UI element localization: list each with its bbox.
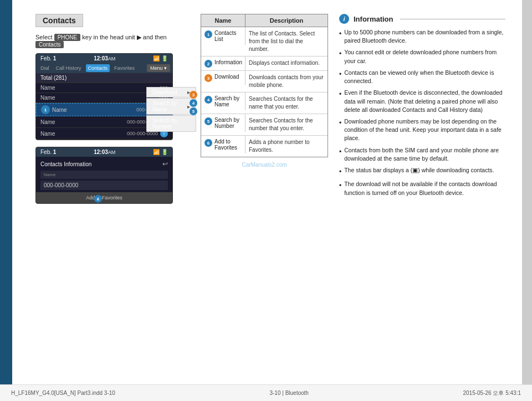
left-column: Contacts Select PHONE key in the head un… [35, 14, 196, 210]
intro2-text: key in the head unit [82, 34, 135, 40]
num-badge-2: 2 [204, 60, 212, 68]
table-row-1: 1 Contacts List The list of Contacts. Se… [201, 27, 328, 56]
screen2-time: 12:03AM [94, 149, 115, 155]
table-header-desc: Description [245, 14, 328, 27]
badge-4-search-name: 4 [190, 99, 197, 107]
screen1-nav: Dial Call History Contacts Favorites Men… [36, 63, 172, 73]
center-column: Name Description 1 Contacts List The lis… [201, 14, 328, 168]
table-desc-2: Displays contact information. [245, 56, 328, 70]
table-row-6: 6 Add to Favorites Adds a phone number t… [201, 136, 328, 157]
table-name-1: 1 Contacts List [201, 27, 245, 45]
info-bullet-3: • Contacts can be viewed only when the B… [339, 69, 505, 85]
screen2-back-icon[interactable]: ↩ [162, 160, 168, 168]
phone-screen-2: Feb. 1 12:03AM 📶 🔋 Contacts Information … [35, 147, 173, 204]
table-name-2: 2 Information [201, 56, 245, 70]
screen1-wrapper: Feb. 1 12:03AM 📶 🔋 Dial Call History Con… [35, 53, 196, 140]
table-row-2: 2 Information Displays contact informati… [201, 56, 328, 71]
nav-contacts[interactable]: Contacts [86, 64, 110, 72]
contacts-key: Contacts [35, 41, 64, 48]
screen1-icons: 📶 🔋 [153, 55, 168, 61]
bullet-text-8: The download will not be available if th… [344, 180, 505, 197]
num-badge-5: 5 [204, 117, 212, 125]
table-name-6: 6 Add to Favorites [201, 136, 245, 153]
intro3-text: and then [143, 34, 167, 40]
table-row-4: 4 Search by Name Searches Contacts for t… [201, 92, 328, 114]
info-icon: i [339, 14, 349, 24]
row4-name: Search by Name [214, 95, 242, 107]
screen1-date: Feb. 1 [40, 55, 56, 61]
nav-favorites[interactable]: Favorites [112, 64, 137, 72]
table-row-3: 3 Download Downloads contacts from your … [201, 71, 328, 92]
row1-name: Contacts List [214, 30, 242, 42]
dropdown-download[interactable]: Download ▸ [146, 87, 173, 97]
info-title: Information [354, 15, 393, 23]
screen2-topbar: Feb. 1 12:03AM 📶 🔋 [36, 147, 172, 157]
num-badge-1: 1 [204, 30, 212, 38]
screen2-title-row: Contacts Information ↩ [40, 160, 168, 168]
badge-3-download: 3 [190, 91, 197, 99]
num-badge-4: 4 [204, 96, 212, 104]
screen1-time: 12:03AM [94, 55, 115, 61]
add-favorites-btn[interactable]: Add to Favorites [36, 192, 172, 203]
footer-right: 2015-05-26 오후 5:43:1 [463, 389, 521, 397]
info-bullet-2: • You cannot edit or delete downloaded p… [339, 48, 505, 65]
page-number: 3-10 | Bluetooth [269, 390, 308, 396]
screen2-number-field: 000-000-0000 [40, 181, 168, 190]
contacts-table: Name Description 1 Contacts List The lis… [201, 14, 328, 157]
table-desc-5: Searches Contacts for the number that yo… [245, 114, 328, 135]
section-heading: Contacts [35, 14, 83, 27]
bullet-text-4: Even if the Bluetooth device is disconne… [344, 89, 505, 114]
info-bullet-7: • The status bar displays a (▣) while do… [339, 166, 505, 177]
screen2-name-field: Name [40, 171, 168, 179]
table-name-5: 5 Search by Number [201, 114, 245, 132]
gray-panel-right [522, 0, 532, 401]
bullet-text-5: Downloaded phone numbers may be lost dep… [344, 117, 505, 143]
name-field-label: Name [44, 172, 165, 177]
info-bullets-container: • Up to 5000 phone numbers can be downlo… [339, 28, 505, 197]
dropdown-panel: Download ▸ Search by Name ▸ Search by Nu… [146, 86, 173, 132]
row2-name: Information [214, 59, 242, 65]
screen2-content: Contacts Information ↩ Name 000-000-0000 [36, 157, 172, 190]
nav-menu[interactable]: Menu ▾ [147, 64, 170, 72]
phone-key: PHONE [54, 34, 81, 41]
table-name-4: 4 Search by Name [201, 92, 245, 110]
total-label: Total (281) [40, 75, 168, 81]
table-desc-6: Adds a phone number to Favorites. [245, 136, 328, 157]
screen2-date: Feb. 1 [40, 149, 56, 155]
badge-5-search-num: 5 [190, 107, 197, 115]
content-area: Contacts Select PHONE key in the head un… [12, 0, 522, 384]
badge-6-add-favorites: 6 [94, 195, 102, 203]
bullet-text-3: Contacts can be viewed only when the Blu… [344, 69, 505, 85]
num-badge-3: 3 [204, 74, 212, 82]
watermark: CarManuals2.com [201, 162, 328, 168]
table-desc-4: Searches Contacts for the name that you … [245, 92, 328, 114]
number-field-value: 000-000-0000 [44, 182, 165, 188]
row6-name: Add to Favorites [214, 138, 242, 151]
dropdown-search-num[interactable]: Search by Number [146, 115, 173, 132]
blue-sidebar [0, 0, 12, 401]
contacts-total-row: Total (281) Download ▸ Search by Name ▸ … [36, 73, 172, 83]
table-desc-1: The list of Contacts. Select from the li… [245, 27, 328, 56]
bullet-text-6: Contacts from both the SIM card and your… [344, 146, 505, 163]
screen1-topbar: Feb. 1 12:03AM 📶 🔋 [36, 54, 172, 63]
row3-name: Download [214, 74, 239, 80]
bullet-text-1: Up to 5000 phone numbers can be download… [344, 28, 505, 45]
info-bullet-5: • Downloaded phone numbers may be lost d… [339, 117, 505, 143]
table-name-3: 3 Download [201, 71, 245, 85]
nav-callhistory[interactable]: Call History [54, 64, 84, 72]
table-desc-3: Downloads contacts from your mobile phon… [245, 71, 328, 92]
screen2-wrapper: Feb. 1 12:03AM 📶 🔋 Contacts Information … [35, 147, 196, 204]
info-bullet-6: • Contacts from both the SIM card and yo… [339, 146, 505, 163]
row5-name: Search by Number [214, 117, 242, 129]
intro-text: Select PHONE key in the head unit ▶ and … [35, 34, 196, 48]
info-bullet-8: • The download will not be available if … [339, 180, 505, 197]
footer: H_LF16MY_G4.0[USA_N] Part3.indd 3-10 3-1… [0, 384, 532, 401]
info-heading: i Information [339, 14, 505, 24]
badge-1: 1 [41, 105, 50, 114]
bullet-text-2: You cannot edit or delete downloaded pho… [344, 48, 505, 65]
phone-screen-1: Feb. 1 12:03AM 📶 🔋 Dial Call History Con… [35, 53, 173, 140]
nav-dial[interactable]: Dial [38, 64, 52, 72]
dropdown-search-name[interactable]: Search by Name ▸ [146, 98, 173, 115]
info-bullet-1: • Up to 5000 phone numbers can be downlo… [339, 28, 505, 45]
screen2-icons: 📶 🔋 [153, 149, 168, 155]
